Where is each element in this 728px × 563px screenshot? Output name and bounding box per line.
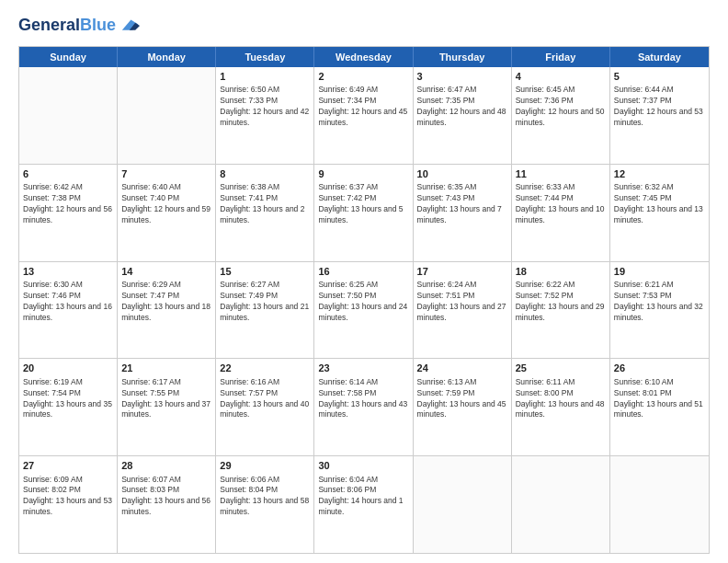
day-number: 7 — [121, 167, 211, 181]
calendar-day-7: 7Sunrise: 6:40 AMSunset: 7:40 PMDaylight… — [118, 165, 216, 261]
day-info-line: Sunset: 8:06 PM — [318, 485, 408, 496]
day-number: 14 — [121, 265, 211, 279]
day-number: 10 — [417, 167, 507, 181]
day-info-line: Sunset: 7:46 PM — [23, 291, 113, 302]
logo-text: GeneralBlue — [18, 17, 116, 35]
day-info-line: Sunrise: 6:42 AM — [23, 182, 113, 193]
calendar-day-28: 28Sunrise: 6:07 AMSunset: 8:03 PMDayligh… — [118, 456, 216, 553]
day-info-line: Sunset: 7:38 PM — [23, 193, 113, 204]
day-info-line: Daylight: 13 hours and 13 minutes. — [614, 204, 705, 226]
day-number: 24 — [417, 362, 507, 375]
day-info-line: Sunrise: 6:35 AM — [417, 182, 507, 193]
day-info-line: Daylight: 13 hours and 29 minutes. — [516, 302, 606, 324]
calendar-day-16: 16Sunrise: 6:25 AMSunset: 7:50 PMDayligh… — [314, 262, 413, 359]
day-info-line: Sunrise: 6:30 AM — [23, 280, 113, 291]
day-number: 27 — [23, 459, 113, 473]
day-info-line: Sunrise: 6:50 AM — [220, 85, 310, 96]
day-info-line: Sunrise: 6:32 AM — [614, 182, 705, 193]
calendar-empty — [610, 456, 709, 553]
day-info-line: Sunrise: 6:49 AM — [318, 85, 408, 96]
day-info-line: Daylight: 13 hours and 2 minutes. — [220, 204, 310, 226]
day-info-line: Daylight: 12 hours and 56 minutes. — [23, 204, 113, 226]
day-info-line: Daylight: 13 hours and 32 minutes. — [614, 302, 705, 324]
calendar-day-13: 13Sunrise: 6:30 AMSunset: 7:46 PMDayligh… — [19, 262, 118, 359]
day-number: 23 — [318, 362, 408, 375]
calendar-day-14: 14Sunrise: 6:29 AMSunset: 7:47 PMDayligh… — [118, 262, 216, 359]
day-info-line: Sunrise: 6:14 AM — [318, 377, 408, 388]
day-info-line: Sunset: 7:40 PM — [121, 193, 211, 204]
calendar-day-18: 18Sunrise: 6:22 AMSunset: 7:52 PMDayligh… — [512, 262, 610, 359]
calendar-day-2: 2Sunrise: 6:49 AMSunset: 7:34 PMDaylight… — [314, 67, 413, 164]
logo: GeneralBlue — [18, 15, 140, 37]
day-info-line: Sunrise: 6:19 AM — [23, 377, 113, 388]
day-info-line: Sunrise: 6:29 AM — [121, 280, 211, 291]
day-info-line: Daylight: 13 hours and 43 minutes. — [318, 399, 408, 421]
calendar-empty — [512, 456, 610, 553]
header: GeneralBlue — [18, 15, 710, 37]
day-info-line: Daylight: 13 hours and 58 minutes. — [220, 496, 310, 518]
header-day-thursday: Thursday — [414, 47, 512, 67]
header-day-wednesday: Wednesday — [314, 47, 413, 67]
day-number: 6 — [23, 167, 113, 181]
day-info-line: Sunset: 7:58 PM — [318, 388, 408, 399]
day-info-line: Sunrise: 6:06 AM — [220, 475, 310, 486]
day-info-line: Daylight: 13 hours and 37 minutes. — [121, 399, 211, 421]
day-number: 9 — [318, 167, 408, 181]
calendar-week-4: 27Sunrise: 6:09 AMSunset: 8:02 PMDayligh… — [19, 455, 709, 553]
header-day-monday: Monday — [118, 47, 216, 67]
calendar: SundayMondayTuesdayWednesdayThursdayFrid… — [18, 46, 710, 554]
header-day-friday: Friday — [512, 47, 610, 67]
day-info-line: Daylight: 13 hours and 27 minutes. — [417, 302, 507, 324]
calendar-day-17: 17Sunrise: 6:24 AMSunset: 7:51 PMDayligh… — [414, 262, 512, 359]
day-info-line: Sunrise: 6:44 AM — [614, 85, 705, 96]
calendar-day-30: 30Sunrise: 6:04 AMSunset: 8:06 PMDayligh… — [314, 456, 413, 553]
day-info-line: Sunset: 7:52 PM — [516, 291, 606, 302]
day-info-line: Daylight: 13 hours and 45 minutes. — [417, 399, 507, 421]
day-info-line: Sunrise: 6:40 AM — [121, 182, 211, 193]
day-number: 17 — [417, 265, 507, 279]
day-info-line: Daylight: 12 hours and 45 minutes. — [318, 107, 408, 129]
calendar-day-3: 3Sunrise: 6:47 AMSunset: 7:35 PMDaylight… — [414, 67, 512, 164]
calendar-day-1: 1Sunrise: 6:50 AMSunset: 7:33 PMDaylight… — [216, 67, 314, 164]
day-number: 18 — [516, 265, 606, 279]
day-info-line: Daylight: 13 hours and 48 minutes. — [516, 399, 606, 421]
calendar-week-0: 1Sunrise: 6:50 AMSunset: 7:33 PMDaylight… — [19, 67, 709, 164]
day-info-line: Daylight: 13 hours and 40 minutes. — [220, 399, 310, 421]
calendar-day-29: 29Sunrise: 6:06 AMSunset: 8:04 PMDayligh… — [216, 456, 314, 553]
day-info-line: Sunset: 7:49 PM — [220, 291, 310, 302]
day-number: 11 — [516, 167, 606, 181]
day-number: 3 — [417, 70, 507, 84]
day-info-line: Daylight: 12 hours and 59 minutes. — [121, 204, 211, 226]
day-info-line: Sunset: 7:34 PM — [318, 96, 408, 107]
calendar-day-20: 20Sunrise: 6:19 AMSunset: 7:54 PMDayligh… — [19, 359, 118, 455]
day-info-line: Sunset: 7:36 PM — [516, 96, 606, 107]
day-number: 29 — [220, 459, 310, 473]
calendar-week-1: 6Sunrise: 6:42 AMSunset: 7:38 PMDaylight… — [19, 164, 709, 261]
header-day-saturday: Saturday — [610, 47, 709, 67]
day-number: 13 — [23, 265, 113, 279]
calendar-week-2: 13Sunrise: 6:30 AMSunset: 7:46 PMDayligh… — [19, 261, 709, 359]
day-number: 20 — [23, 362, 113, 375]
day-number: 22 — [220, 362, 310, 375]
day-info-line: Sunset: 8:00 PM — [516, 388, 606, 399]
calendar-day-12: 12Sunrise: 6:32 AMSunset: 7:45 PMDayligh… — [610, 165, 709, 261]
day-info-line: Sunset: 7:47 PM — [121, 291, 211, 302]
day-info-line: Daylight: 13 hours and 10 minutes. — [516, 204, 606, 226]
day-info-line: Sunrise: 6:22 AM — [516, 280, 606, 291]
day-info-line: Sunset: 7:57 PM — [220, 388, 310, 399]
calendar-day-22: 22Sunrise: 6:16 AMSunset: 7:57 PMDayligh… — [216, 359, 314, 455]
day-info-line: Sunset: 7:42 PM — [318, 193, 408, 204]
day-info-line: Sunset: 7:35 PM — [417, 96, 507, 107]
day-info-line: Daylight: 13 hours and 51 minutes. — [614, 399, 705, 421]
day-info-line: Daylight: 13 hours and 18 minutes. — [121, 302, 211, 324]
day-number: 15 — [220, 265, 310, 279]
day-number: 21 — [121, 362, 211, 375]
day-info-line: Sunset: 7:53 PM — [614, 291, 705, 302]
day-info-line: Sunset: 7:37 PM — [614, 96, 705, 107]
day-info-line: Sunset: 8:01 PM — [614, 388, 705, 399]
calendar-week-3: 20Sunrise: 6:19 AMSunset: 7:54 PMDayligh… — [19, 358, 709, 455]
day-number: 28 — [121, 459, 211, 473]
day-number: 4 — [516, 70, 606, 84]
day-info-line: Sunrise: 6:09 AM — [23, 475, 113, 486]
day-info-line: Daylight: 13 hours and 5 minutes. — [318, 204, 408, 226]
